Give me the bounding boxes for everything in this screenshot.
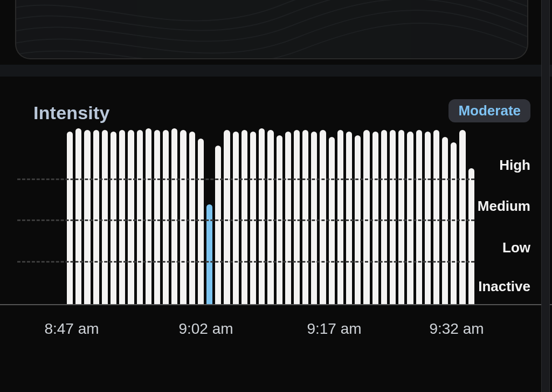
y-label-low: Low [502, 239, 530, 256]
bar[interactable] [381, 130, 387, 304]
chart-title: Intensity [33, 102, 110, 123]
intensity-badge[interactable]: Moderate [448, 99, 530, 122]
map-preview-card[interactable] [15, 0, 528, 59]
bar[interactable] [302, 130, 308, 304]
ref-line-high [17, 178, 474, 180]
bar[interactable] [459, 130, 465, 304]
bar[interactable] [294, 130, 300, 304]
bar[interactable] [407, 132, 413, 304]
bar[interactable] [198, 139, 204, 304]
bar[interactable] [137, 130, 143, 304]
plot-area [0, 128, 552, 304]
bar[interactable] [154, 130, 160, 304]
bar[interactable] [242, 130, 247, 304]
bar[interactable] [84, 130, 90, 304]
x-tick: 9:32 am [429, 320, 484, 338]
bar[interactable] [346, 132, 352, 304]
bar[interactable] [372, 132, 378, 304]
screen: Intensity Moderate HighMediumLowInactive… [0, 0, 552, 392]
x-axis [0, 304, 552, 305]
bar[interactable] [93, 130, 99, 304]
bar[interactable] [337, 130, 343, 304]
y-label-high: High [499, 157, 530, 174]
bar[interactable] [363, 130, 369, 304]
intensity-chart: Intensity Moderate HighMediumLowInactive… [0, 81, 552, 372]
bar[interactable] [285, 132, 291, 304]
bar[interactable] [320, 130, 326, 304]
bar[interactable] [250, 132, 256, 304]
bar[interactable] [233, 132, 239, 304]
bar[interactable] [451, 142, 457, 304]
x-tick: 8:47 am [44, 320, 99, 338]
x-ticks: 8:47 am9:02 am9:17 am9:32 am [0, 320, 552, 342]
scrollbar[interactable] [541, 0, 550, 392]
x-tick: 9:02 am [178, 320, 233, 338]
bar[interactable] [390, 130, 396, 304]
bars [67, 128, 474, 304]
bar[interactable] [468, 168, 474, 304]
bar[interactable] [171, 128, 177, 304]
bar[interactable] [311, 132, 317, 304]
bar[interactable] [128, 130, 134, 304]
bar[interactable] [146, 128, 151, 304]
bar[interactable] [111, 132, 116, 304]
bar[interactable] [425, 132, 431, 304]
bar[interactable] [259, 128, 265, 304]
section-divider [0, 65, 552, 77]
bar[interactable] [163, 130, 169, 304]
y-label-inactive: Inactive [478, 278, 530, 295]
bar[interactable] [67, 132, 73, 304]
bar[interactable] [189, 132, 195, 304]
bar[interactable] [215, 146, 221, 304]
bar[interactable] [102, 130, 108, 304]
bar[interactable] [433, 130, 439, 304]
ref-line-medium [17, 219, 474, 221]
bar[interactable] [119, 130, 125, 304]
y-label-medium: Medium [478, 198, 530, 215]
x-tick: 9:17 am [307, 320, 361, 338]
bar[interactable] [75, 128, 81, 304]
bar[interactable] [180, 130, 186, 304]
bar[interactable] [398, 130, 404, 304]
bar[interactable] [267, 130, 273, 304]
bar[interactable] [224, 130, 230, 304]
bar[interactable] [416, 130, 422, 304]
ref-line-low [17, 261, 474, 263]
